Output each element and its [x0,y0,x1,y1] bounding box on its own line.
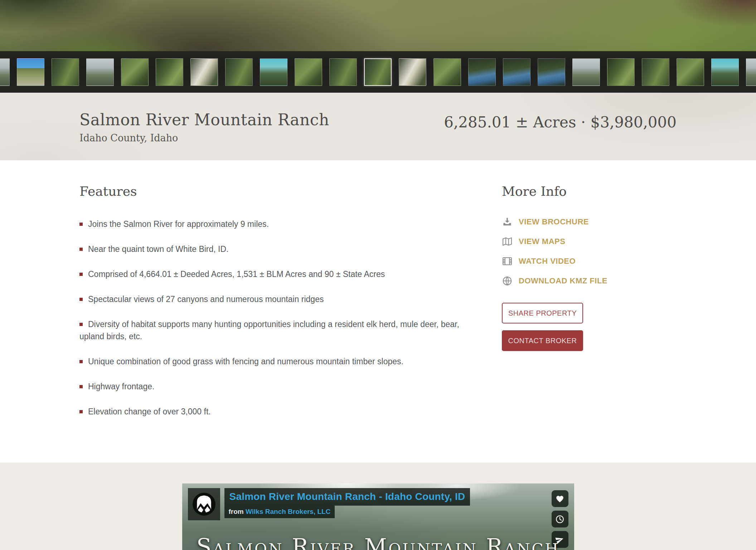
like-icon [555,494,564,503]
photo-thumbnail[interactable] [260,58,287,86]
property-header: Salmon River Mountain Ranch Idaho County… [0,93,756,160]
bullet-square-icon [79,323,83,326]
feature-item: Joins the Salmon River for approximately… [79,218,477,230]
photo-thumbnail[interactable] [17,58,44,86]
like-button[interactable] [552,490,568,507]
feature-item: Comprised of 4,664.01 ± Deeded Acres, 1,… [79,268,477,280]
photo-thumbnail[interactable] [295,58,322,86]
mountain-logo-icon [192,492,216,516]
photo-thumbnail[interactable] [503,58,530,86]
feature-item: Spectacular views of 27 canyons and nume… [79,293,477,305]
download-kmz-link[interactable]: DOWNLOAD KMZ FILE [502,276,670,286]
photo-thumbnail[interactable] [121,58,149,86]
features-heading: Features [79,184,477,199]
photo-thumbnails [0,58,756,86]
photo-thumbnail[interactable] [711,58,739,86]
bullet-square-icon [79,410,83,413]
video-player[interactable]: Salmon River Mountain Ranch - Idaho Coun… [182,483,574,550]
feature-item: Unique combination of good grass with fe… [79,355,477,368]
video-title-link[interactable]: Salmon River Mountain Ranch - Idaho Coun… [224,488,470,506]
feature-item: Diversity of habitat supports many hunti… [79,318,477,342]
more-info-links: VIEW BROCHURE VIEW MAPS WATCH VIDEO DOWN… [502,216,670,286]
bullet-square-icon [79,273,83,276]
photo-thumbnail[interactable] [190,58,218,86]
photo-thumbnail[interactable] [52,58,79,86]
photo-thumbnail[interactable] [225,58,253,86]
video-channel-logo[interactable] [188,488,220,520]
share-property-button[interactable]: SHARE PROPERTY [502,303,583,323]
globe-icon [502,276,513,286]
bullet-square-icon [79,385,83,388]
photo-thumbnail[interactable] [572,58,600,86]
photo-thumbnail-selected[interactable] [364,58,392,86]
map-icon [502,236,513,247]
photo-thumbnail[interactable] [156,58,183,86]
page-title: Salmon River Mountain Ranch [79,111,329,129]
contact-broker-button[interactable]: CONTACT BROKER [502,330,583,351]
download-icon [502,216,513,227]
watch-video-link[interactable]: WATCH VIDEO [502,256,670,267]
photo-thumbnail[interactable] [642,58,669,86]
video-section: Salmon River Mountain Ranch - Idaho Coun… [0,463,756,550]
view-maps-link[interactable]: VIEW MAPS [502,236,670,247]
features-section: Features Joins the Salmon River for appr… [79,184,477,430]
watch-later-icon [555,515,564,524]
view-brochure-link[interactable]: VIEW BROCHURE [502,216,670,227]
photo-thumbnail[interactable] [538,58,565,86]
bullet-square-icon [79,223,83,226]
action-buttons: SHARE PROPERTY CONTACT BROKER [502,303,670,351]
film-icon [502,256,513,267]
photo-thumbnail[interactable] [86,58,114,86]
photo-thumbnail[interactable] [468,58,496,86]
property-location: Idaho County, Idaho [79,132,329,143]
photo-thumbnail[interactable] [0,58,10,86]
video-author-link[interactable]: Wilks Ranch Brokers, LLC [246,508,330,515]
photo-thumbnail[interactable] [607,58,635,86]
acreage-price: 6,285.01 ± Acres · $3,980,000 [444,113,677,131]
more-info-heading: More Info [502,184,670,199]
bullet-square-icon [79,298,83,301]
feature-item: Highway frontage. [79,380,477,393]
main-content: Features Joins the Salmon River for appr… [0,160,756,463]
photo-thumbnail[interactable] [399,58,426,86]
photo-thumbnail[interactable] [746,58,756,86]
more-info-section: More Info VIEW BROCHURE VIEW MAPS WATCH … [502,184,670,430]
hero-photo [0,0,756,51]
feature-item: Elevation change of over 3,000 ft. [79,405,477,418]
bullet-square-icon [79,248,83,251]
video-byline-prefix: from [229,508,244,515]
photo-thumbnail-strip[interactable] [0,51,756,93]
photo-thumbnail[interactable] [677,58,704,86]
photo-thumbnail[interactable] [329,58,357,86]
features-list: Joins the Salmon River for approximately… [79,218,477,418]
feature-item: Near the quaint town of White Bird, ID. [79,243,477,255]
watch-later-button[interactable] [552,511,568,527]
video-overlay-title: Salmon River Mountain Ranch [182,534,574,550]
bullet-square-icon [79,360,83,363]
photo-thumbnail[interactable] [433,58,461,86]
